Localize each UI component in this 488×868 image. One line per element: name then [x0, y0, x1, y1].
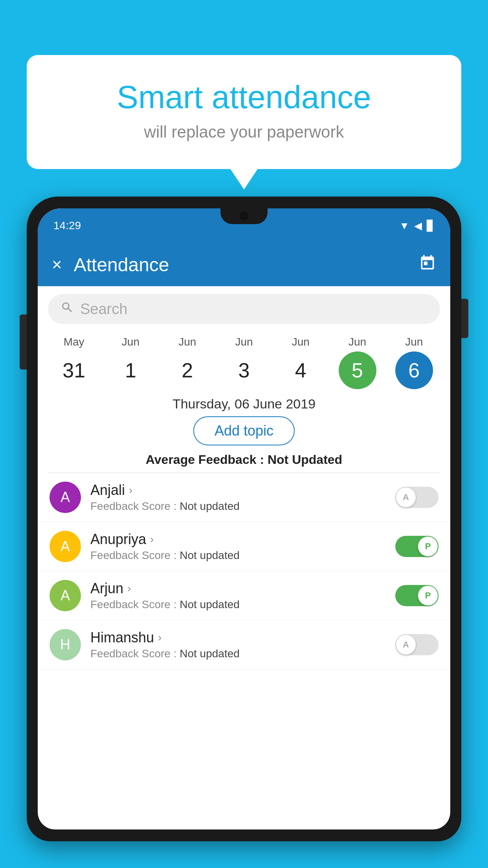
- student-info: Anupriya ›Feedback Score : Not updated: [90, 531, 395, 562]
- status-icons: ▼ ◀ ▊: [399, 220, 435, 232]
- avatar: A: [50, 531, 81, 562]
- calendar-day[interactable]: Jun2: [164, 336, 211, 389]
- calendar-date[interactable]: 3: [225, 351, 263, 389]
- battery-icon: ▊: [427, 220, 435, 232]
- calendar-date[interactable]: 31: [55, 351, 93, 389]
- attendance-toggle[interactable]: P: [395, 536, 438, 557]
- app-bar: × Attendance: [38, 243, 450, 286]
- chevron-right-icon: ›: [150, 533, 154, 546]
- calendar-date[interactable]: 6: [395, 351, 433, 389]
- avg-feedback-value: Not Updated: [268, 452, 342, 467]
- feedback-value: Not updated: [180, 647, 240, 660]
- wifi-icon: ▼: [399, 220, 409, 232]
- student-row[interactable]: AAnupriya ›Feedback Score : Not updatedP: [38, 522, 450, 571]
- phone-screen: 14:29 ▼ ◀ ▊ × Attendance: [38, 208, 450, 829]
- search-bar[interactable]: Search: [48, 294, 440, 324]
- student-name: Arjun ›: [90, 580, 395, 597]
- calendar-month: Jun: [292, 336, 310, 348]
- calendar-day[interactable]: Jun1: [107, 336, 154, 389]
- speech-bubble-title: Smart attendance: [54, 79, 434, 116]
- attendance-toggle-container[interactable]: A: [395, 634, 438, 655]
- feedback-value: Not updated: [180, 549, 240, 561]
- calendar-month: Jun: [405, 336, 423, 348]
- add-topic-button[interactable]: Add topic: [193, 416, 295, 445]
- student-feedback: Feedback Score : Not updated: [90, 500, 395, 513]
- calendar-icon[interactable]: [419, 254, 436, 275]
- toggle-thumb: A: [396, 634, 416, 655]
- attendance-toggle[interactable]: P: [395, 585, 438, 606]
- avatar: A: [50, 580, 81, 611]
- avatar: A: [50, 482, 81, 513]
- student-row[interactable]: AAnjali ›Feedback Score : Not updatedA: [38, 473, 450, 522]
- phone-outer-frame: 14:29 ▼ ◀ ▊ × Attendance: [27, 197, 461, 841]
- status-time: 14:29: [53, 219, 81, 232]
- selected-date-label: Thursday, 06 June 2019: [38, 396, 450, 412]
- average-feedback: Average Feedback : Not Updated: [38, 452, 450, 467]
- chevron-right-icon: ›: [129, 484, 132, 497]
- calendar-month: Jun: [235, 336, 253, 348]
- signal-icon: ◀: [414, 220, 422, 232]
- search-icon: [61, 301, 74, 317]
- student-feedback: Feedback Score : Not updated: [90, 598, 395, 611]
- avatar: H: [50, 629, 81, 660]
- student-info: Arjun ›Feedback Score : Not updated: [90, 580, 395, 611]
- calendar-month: May: [64, 336, 84, 348]
- attendance-toggle[interactable]: A: [395, 487, 438, 508]
- close-button[interactable]: ×: [52, 255, 62, 274]
- speech-bubble-subtitle: will replace your paperwork: [54, 123, 434, 142]
- calendar-month: Jun: [178, 336, 196, 348]
- calendar-date[interactable]: 4: [282, 351, 319, 389]
- chevron-right-icon: ›: [127, 582, 131, 595]
- student-feedback: Feedback Score : Not updated: [90, 549, 395, 562]
- attendance-toggle-container[interactable]: P: [395, 585, 438, 606]
- student-row[interactable]: HHimanshu ›Feedback Score : Not updatedA: [38, 620, 450, 669]
- calendar-day[interactable]: Jun3: [220, 336, 268, 389]
- students-list: AAnjali ›Feedback Score : Not updatedAAA…: [38, 473, 450, 669]
- student-name: Anjali ›: [90, 482, 395, 498]
- student-info: Himanshu ›Feedback Score : Not updated: [90, 629, 395, 660]
- calendar-month: Jun: [349, 336, 366, 348]
- calendar-day[interactable]: May31: [50, 336, 97, 389]
- student-row[interactable]: AArjun ›Feedback Score : Not updatedP: [38, 571, 450, 620]
- calendar-month: Jun: [122, 336, 139, 348]
- attendance-toggle-container[interactable]: P: [395, 536, 438, 557]
- student-info: Anjali ›Feedback Score : Not updated: [90, 482, 395, 513]
- speech-bubble: Smart attendance will replace your paper…: [27, 55, 461, 169]
- attendance-toggle-container[interactable]: A: [395, 487, 438, 508]
- speech-bubble-card: Smart attendance will replace your paper…: [27, 55, 461, 169]
- app-bar-title: Attendance: [74, 254, 419, 276]
- feedback-value: Not updated: [180, 598, 240, 611]
- chevron-right-icon: ›: [158, 631, 161, 644]
- toggle-thumb: P: [418, 585, 438, 606]
- feedback-value: Not updated: [180, 500, 240, 512]
- calendar-date[interactable]: 5: [339, 351, 376, 389]
- toggle-thumb: P: [418, 536, 438, 557]
- phone-mockup: 14:29 ▼ ◀ ▊ × Attendance: [27, 197, 461, 868]
- calendar-date[interactable]: 1: [112, 351, 149, 389]
- student-feedback: Feedback Score : Not updated: [90, 647, 395, 660]
- student-name: Himanshu ›: [90, 629, 395, 646]
- calendar-day[interactable]: Jun4: [277, 336, 324, 389]
- camera-notch: [240, 211, 248, 220]
- calendar-date[interactable]: 2: [169, 351, 206, 389]
- toggle-thumb: A: [396, 487, 416, 508]
- search-placeholder: Search: [80, 301, 127, 318]
- calendar-row: May31Jun1Jun2Jun3Jun4Jun5Jun6: [38, 332, 450, 389]
- attendance-toggle[interactable]: A: [395, 634, 438, 655]
- calendar-day[interactable]: Jun5: [334, 336, 381, 389]
- student-name: Anupriya ›: [90, 531, 395, 548]
- calendar-day[interactable]: Jun6: [391, 336, 438, 389]
- avg-feedback-label: Average Feedback :: [146, 452, 264, 467]
